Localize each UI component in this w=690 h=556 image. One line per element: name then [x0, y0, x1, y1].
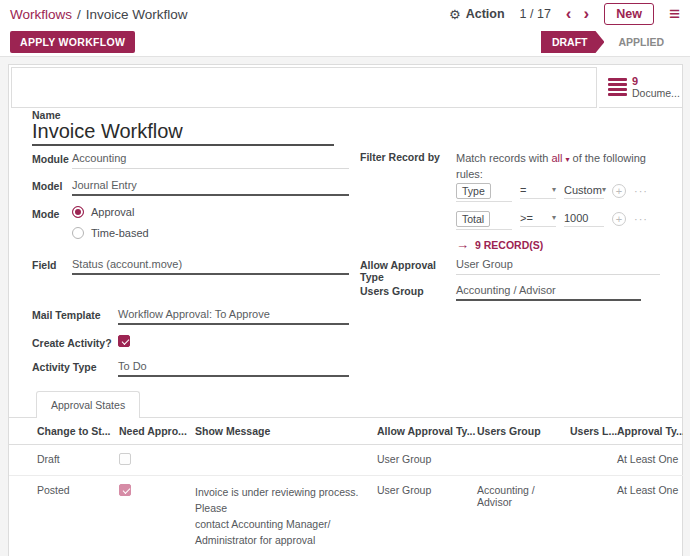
- status-bar: DRAFT APPLIED: [541, 31, 680, 53]
- radio-time-based-icon[interactable]: [72, 227, 84, 239]
- col-need-approval: Need Appro...: [119, 418, 195, 445]
- cell-allow-type[interactable]: User Group: [377, 445, 477, 476]
- breadcrumb: Workflows / Invoice Workflow: [10, 7, 188, 22]
- col-approval-type: Approval Ty...: [617, 418, 683, 445]
- cell-need-approval: [119, 445, 195, 476]
- cell-approval-type[interactable]: At Least One: [617, 445, 683, 476]
- cell-allow-type[interactable]: User Group: [377, 476, 477, 556]
- hamburger-menu-icon[interactable]: ≡: [669, 6, 680, 22]
- model-input[interactable]: Journal Entry: [72, 178, 349, 196]
- cell-users-level[interactable]: [570, 445, 617, 476]
- chevron-left-icon[interactable]: ‹: [566, 7, 572, 21]
- chevron-right-icon[interactable]: ›: [584, 7, 590, 21]
- rule-field-tag[interactable]: Total: [456, 211, 490, 227]
- tab-approval-states[interactable]: Approval States: [36, 391, 140, 418]
- cell-users-level[interactable]: [570, 476, 617, 556]
- cell-message[interactable]: Invoice is under reviewing process. Plea…: [195, 476, 377, 556]
- approval-states-table: Change to St... Need Appro... Show Messa…: [9, 418, 683, 556]
- rule-field-cell[interactable]: Type: [456, 181, 512, 202]
- rule-options-icon[interactable]: ···: [634, 185, 648, 197]
- filter-match-text: Match records with all ▾ of the followin…: [456, 151, 682, 182]
- records-count-link[interactable]: → 9 RECORD(S): [456, 237, 543, 252]
- gear-icon: ⚙: [449, 7, 461, 22]
- records-count-text: 9 RECORD(S): [475, 239, 543, 251]
- action-menu-label: Action: [466, 7, 505, 21]
- breadcrumb-current: Invoice Workflow: [86, 7, 188, 22]
- users-group-input[interactable]: Accounting / Advisor: [456, 283, 641, 301]
- mode-option-time-based[interactable]: Time-based: [72, 227, 149, 239]
- documents-smart-button[interactable]: 9 Docume...: [599, 67, 682, 108]
- radio-approval-icon[interactable]: [72, 206, 84, 218]
- breadcrumb-separator: /: [77, 7, 81, 22]
- mode-label: Mode: [32, 206, 72, 220]
- button-box: [11, 67, 597, 108]
- field-label: Field: [32, 257, 72, 271]
- match-mode-dropdown[interactable]: all ▾: [551, 152, 569, 164]
- caret-down-icon: ▾: [552, 213, 556, 222]
- rule-operator-select[interactable]: >=▾: [520, 212, 556, 227]
- field-input[interactable]: Status (account.move): [72, 257, 349, 275]
- record-pager: 1 / 17: [520, 7, 551, 21]
- cell-change-to[interactable]: Posted: [9, 476, 119, 556]
- status-applied[interactable]: APPLIED: [604, 36, 676, 48]
- mode-approval-label: Approval: [91, 206, 134, 218]
- col-show-message: Show Message: [195, 418, 377, 445]
- action-bar: APPLY WORKFLOW DRAFT APPLIED: [0, 28, 690, 57]
- rule-options-icon[interactable]: ···: [634, 213, 648, 225]
- action-menu-button[interactable]: ⚙ Action: [449, 7, 505, 22]
- users-group-label: Users Group: [360, 283, 456, 297]
- activity-type-input[interactable]: To Do: [118, 359, 349, 377]
- cell-approval-type[interactable]: At Least One: [617, 476, 683, 556]
- create-activity-label: Create Activity?: [32, 335, 118, 349]
- apply-workflow-button[interactable]: APPLY WORKFLOW: [10, 31, 135, 53]
- table-row-draft[interactable]: Draft User Group At Least One: [9, 445, 683, 476]
- col-users-group: Users Group: [477, 418, 570, 445]
- create-activity-checkbox[interactable]: [118, 335, 130, 347]
- name-input[interactable]: Invoice Workflow: [32, 120, 334, 146]
- cell-need-approval: [119, 476, 195, 556]
- caret-down-icon: ▾: [602, 185, 606, 194]
- mail-template-label: Mail Template: [32, 307, 118, 321]
- cell-users-group[interactable]: [477, 445, 570, 476]
- cell-change-to[interactable]: Draft: [9, 445, 119, 476]
- caret-down-icon: ▾: [552, 185, 556, 194]
- breadcrumb-workflows-link[interactable]: Workflows: [10, 7, 72, 22]
- activity-type-label: Activity Type: [32, 359, 118, 373]
- filter-rule-row: Total >=▾ 1000 + ···: [456, 209, 648, 229]
- status-draft[interactable]: DRAFT: [541, 31, 605, 53]
- caret-down-icon: ▾: [565, 155, 569, 164]
- new-button[interactable]: New: [604, 3, 654, 25]
- add-rule-icon[interactable]: +: [612, 212, 626, 226]
- mail-template-input[interactable]: Workflow Approval: To Approve: [118, 307, 349, 325]
- filter-rule-row: Type =▾ Custom▾ + ···: [456, 181, 648, 201]
- module-label: Module: [32, 151, 72, 165]
- col-users-level: Users L...: [570, 418, 617, 445]
- col-allow-approval-type: Allow Approval Ty...: [377, 418, 477, 445]
- need-approval-checkbox[interactable]: [119, 453, 131, 465]
- journal-icon: [608, 78, 627, 96]
- documents-label: Docume...: [632, 87, 680, 99]
- match-with-text: Match records with: [456, 152, 548, 164]
- rule-value-select[interactable]: Custom▾: [564, 184, 604, 199]
- add-rule-icon[interactable]: +: [612, 184, 626, 198]
- mode-time-based-label: Time-based: [91, 227, 149, 239]
- rule-field-tag[interactable]: Type: [456, 183, 491, 199]
- odoo-workflow-form: Workflows / Invoice Workflow ⚙ Action 1 …: [0, 0, 690, 556]
- filter-record-by-label: Filter Record by: [360, 151, 456, 163]
- table-row-posted[interactable]: Posted Invoice is under reviewing proces…: [9, 476, 683, 556]
- rule-value-input[interactable]: 1000: [564, 212, 604, 227]
- cell-message[interactable]: [195, 445, 377, 476]
- table-header-row: Change to St... Need Appro... Show Messa…: [9, 418, 683, 445]
- mode-option-approval[interactable]: Approval: [72, 206, 149, 218]
- allow-approval-type-input[interactable]: User Group: [456, 257, 660, 275]
- model-label: Model: [32, 178, 72, 192]
- match-of-text: of the following: [573, 152, 646, 164]
- cell-users-group[interactable]: Accounting / Advisor: [477, 476, 570, 556]
- top-bar: Workflows / Invoice Workflow ⚙ Action 1 …: [0, 0, 690, 28]
- module-input[interactable]: Accounting: [72, 151, 349, 169]
- pager-nav: ‹ ›: [566, 7, 589, 21]
- need-approval-checkbox[interactable]: [119, 484, 131, 496]
- rule-operator-select[interactable]: =▾: [520, 184, 556, 199]
- rule-field-cell[interactable]: Total: [456, 209, 512, 230]
- form-sheet: 9 Docume... Name Invoice Workflow Module…: [8, 64, 683, 556]
